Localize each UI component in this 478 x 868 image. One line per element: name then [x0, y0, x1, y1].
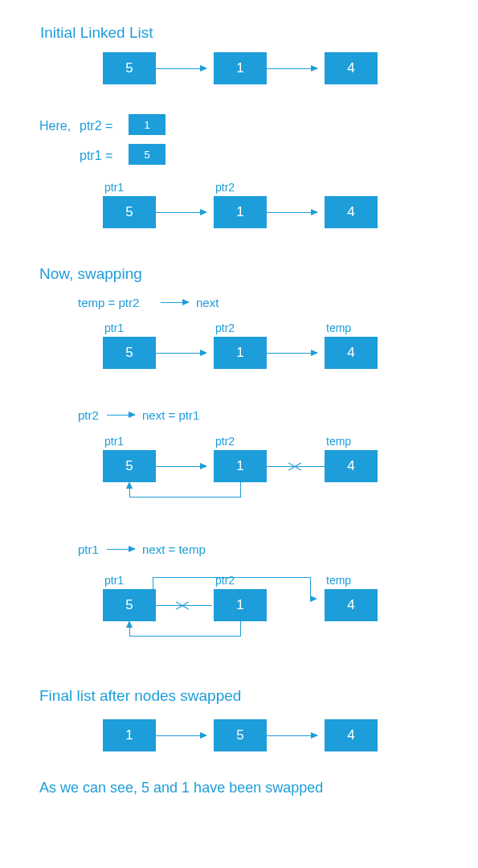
step3-ptr1: ptr1: [78, 542, 99, 556]
step2-next: next = ptr1: [142, 408, 199, 422]
loop-line: [153, 577, 310, 578]
node-5: 5: [214, 719, 267, 751]
arrowhead: [126, 481, 133, 489]
label-ptr2: ptr2: [215, 321, 235, 334]
heading-swapping: Now, swapping: [39, 265, 142, 283]
node-4: 4: [325, 450, 378, 482]
loop-line: [153, 577, 153, 589]
node-1: 1: [214, 196, 267, 228]
small-node-1: 1: [129, 114, 165, 135]
arrow: [267, 212, 317, 213]
label-temp: temp: [326, 435, 351, 448]
node-5: 5: [103, 450, 156, 482]
node-5: 5: [103, 337, 156, 369]
loop-line: [129, 627, 130, 636]
node-4: 4: [325, 196, 378, 228]
step3-next: next = temp: [142, 542, 206, 556]
arrow: [161, 302, 189, 303]
node-4: 4: [325, 719, 378, 751]
arrow: [267, 68, 317, 69]
label-ptr1: ptr1: [104, 181, 124, 194]
step1-next: next: [196, 296, 219, 309]
arrow: [267, 353, 317, 354]
label-ptr2: ptr2: [215, 435, 235, 448]
label-temp: temp: [326, 321, 351, 334]
node-5: 5: [103, 589, 156, 621]
arrow: [156, 735, 206, 736]
node-1: 1: [214, 589, 267, 621]
heading-final: Final list after nodes swapped: [39, 687, 241, 705]
loop-line: [129, 488, 130, 497]
step2-ptr2: ptr2: [78, 408, 99, 422]
arrow: [107, 549, 135, 550]
node-1: 1: [214, 52, 267, 84]
cross-icon: [175, 598, 190, 612]
loop-line: [129, 497, 241, 497]
label-ptr1: ptr1: [104, 321, 124, 334]
node-4: 4: [325, 589, 378, 621]
heading-conclusion: As we can see, 5 and 1 have been swapped: [39, 780, 323, 796]
node-1: 1: [214, 337, 267, 369]
label-ptr1: ptr1: [104, 574, 124, 587]
arrowhead: [310, 596, 317, 602]
node-4: 4: [325, 337, 378, 369]
node-5: 5: [103, 196, 156, 228]
label-ptr1: ptr1: [104, 435, 124, 448]
node-4: 4: [325, 52, 378, 84]
node-1: 1: [103, 719, 156, 751]
arrow: [156, 466, 206, 467]
label-ptr2: ptr2: [215, 574, 235, 587]
arrow: [156, 212, 206, 213]
label-temp: temp: [326, 574, 351, 587]
step1-text: temp = ptr2: [78, 296, 139, 309]
node-5: 5: [103, 52, 156, 84]
node-1: 1: [214, 450, 267, 482]
arrowhead: [149, 590, 156, 597]
arrow: [156, 353, 206, 354]
loop-line: [240, 482, 241, 497]
arrow: [156, 68, 206, 69]
arrow: [267, 735, 317, 736]
arrow: [107, 415, 135, 416]
label-ptr2: ptr2: [215, 181, 235, 194]
text-here: Here,: [39, 119, 71, 133]
arrowhead: [126, 620, 133, 628]
loop-line: [240, 621, 241, 636]
text-ptr1eq: ptr1 =: [80, 149, 112, 163]
heading-initial: Initial Linked List: [40, 24, 153, 42]
cross-icon: [288, 459, 302, 473]
text-ptr2eq: ptr2 =: [80, 119, 112, 133]
loop-line: [129, 636, 241, 637]
small-node-5: 5: [129, 144, 165, 165]
